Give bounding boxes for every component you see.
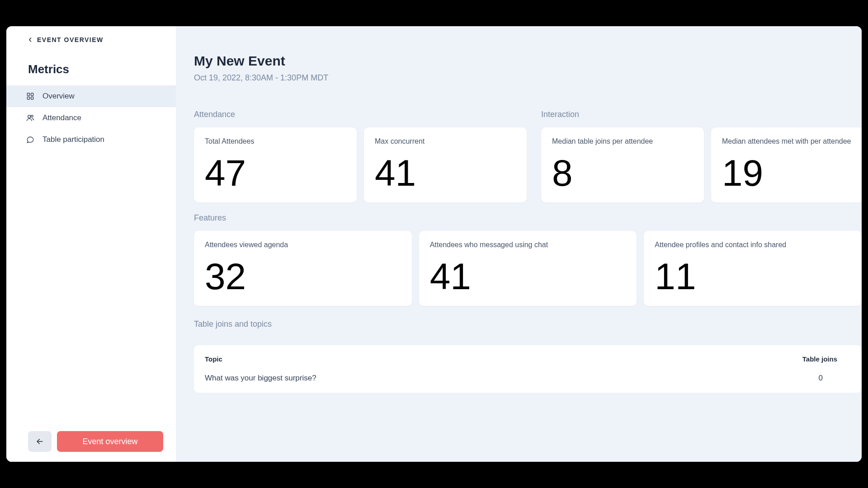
metric-card-messaged-chat: Attendees who messaged using chat 41 (419, 231, 637, 306)
arrow-left-icon (35, 437, 44, 446)
breadcrumb-label: EVENT OVERVIEW (37, 36, 104, 43)
svg-rect-0 (27, 93, 29, 95)
nav-item-attendance[interactable]: Attendance (6, 107, 176, 129)
svg-point-4 (28, 115, 31, 118)
metric-card-viewed-agenda: Attendees viewed agenda 32 (194, 231, 412, 306)
metrics-row-top: Attendance Total Attendees 47 Max concur… (194, 110, 862, 202)
table-joins-section: Table joins and topics Topic Table joins… (194, 319, 862, 393)
metric-label: Total Attendees (205, 137, 346, 145)
attendance-group: Attendance Total Attendees 47 Max concur… (194, 110, 527, 202)
event-overview-button[interactable]: Event overview (57, 431, 163, 452)
table-cell-topic: What was your biggest surprise? (205, 374, 316, 383)
sidebar: EVENT OVERVIEW Metrics Overview Attendan… (6, 26, 176, 462)
table-col-topic: Topic (205, 355, 222, 363)
group-label-table-joins: Table joins and topics (194, 319, 862, 329)
sidebar-top: EVENT OVERVIEW Metrics (6, 26, 176, 85)
nav-item-label: Overview (42, 92, 75, 101)
metric-label: Max concurrent (375, 137, 516, 145)
interaction-group: Interaction Median table joins per atten… (541, 110, 862, 202)
sidebar-footer: Event overview (6, 422, 176, 462)
metric-value: 41 (430, 258, 626, 295)
nav-item-table-participation[interactable]: Table participation (6, 129, 176, 150)
metric-label: Attendees viewed agenda (205, 241, 401, 249)
metric-value: 11 (655, 258, 851, 295)
group-label-features: Features (194, 213, 862, 223)
table-cell-joins: 0 (819, 374, 823, 383)
chat-icon (26, 136, 34, 144)
svg-point-5 (31, 115, 33, 117)
back-button[interactable] (28, 431, 52, 452)
nav-item-label: Attendance (42, 113, 81, 122)
app-window: EVENT OVERVIEW Metrics Overview Attendan… (6, 26, 862, 462)
metric-label: Median attendees met with per attendee (722, 137, 862, 145)
nav-item-overview[interactable]: Overview (6, 85, 176, 107)
nav-list: Overview Attendance Table participation (6, 85, 176, 150)
interaction-cards: Median table joins per attendee 8 Median… (541, 127, 862, 202)
metric-value: 41 (375, 155, 516, 192)
event-datetime: Oct 19, 2022, 8:30AM - 1:30PM MDT (194, 73, 862, 83)
table-col-joins: Table joins (802, 355, 837, 363)
metric-card-profiles-shared: Attendee profiles and contact info share… (644, 231, 862, 306)
group-label-interaction: Interaction (541, 110, 862, 119)
metric-value: 47 (205, 155, 346, 192)
users-icon (26, 114, 34, 122)
svg-rect-2 (27, 97, 29, 99)
attendance-cards: Total Attendees 47 Max concurrent 41 (194, 127, 527, 202)
grid-icon (26, 92, 34, 100)
svg-rect-3 (31, 97, 33, 99)
metric-value: 19 (722, 155, 862, 192)
table-row: What was your biggest surprise? 0 (205, 374, 851, 383)
metric-card-median-attendees-met: Median attendees met with per attendee 1… (711, 127, 862, 202)
metric-label: Attendees who messaged using chat (430, 241, 626, 249)
metric-card-median-table-joins: Median table joins per attendee 8 (541, 127, 704, 202)
table-container: Topic Table joins What was your biggest … (194, 345, 862, 393)
metric-label: Median table joins per attendee (552, 137, 693, 145)
event-title: My New Event (194, 53, 862, 69)
features-cards: Attendees viewed agenda 32 Attendees who… (194, 231, 862, 306)
svg-rect-1 (31, 93, 33, 95)
table-header: Topic Table joins (205, 355, 851, 363)
metric-value: 8 (552, 155, 693, 192)
group-label-attendance: Attendance (194, 110, 527, 119)
sidebar-title: Metrics (19, 62, 163, 76)
metric-value: 32 (205, 258, 401, 295)
metric-label: Attendee profiles and contact info share… (655, 241, 851, 249)
main-content: My New Event Oct 19, 2022, 8:30AM - 1:30… (176, 26, 862, 462)
breadcrumb-back[interactable]: EVENT OVERVIEW (19, 36, 163, 43)
chevron-left-icon (28, 38, 33, 42)
nav-item-label: Table participation (42, 135, 104, 144)
metric-card-total-attendees: Total Attendees 47 (194, 127, 357, 202)
metric-card-max-concurrent: Max concurrent 41 (364, 127, 527, 202)
features-group: Features Attendees viewed agenda 32 Atte… (194, 213, 862, 306)
